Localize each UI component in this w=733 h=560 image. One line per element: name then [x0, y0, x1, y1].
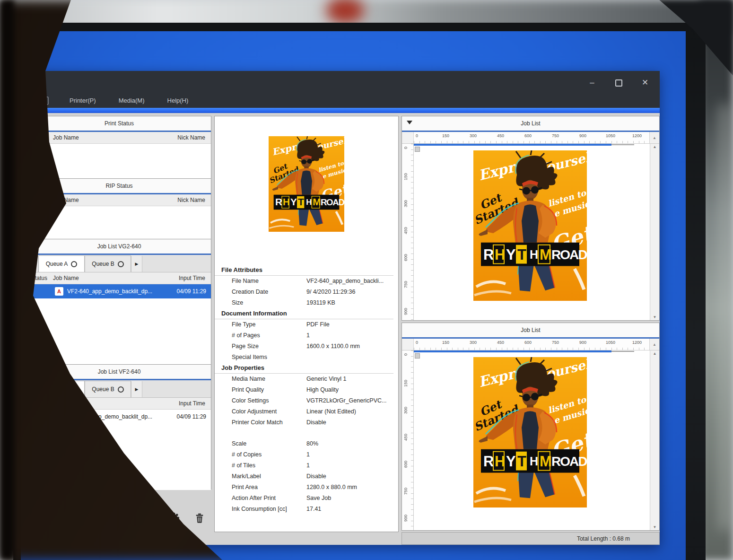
maximize-button[interactable] — [611, 77, 626, 89]
queue-status-icon — [71, 261, 77, 267]
col-input-time: Input Time — [179, 400, 211, 407]
job-poster-preview[interactable] — [473, 357, 587, 508]
detail-value: 9/ 4/2020 11:29:36 — [306, 287, 398, 298]
tab-queue-b[interactable]: Queue B — [85, 381, 131, 397]
ruler-corner — [402, 132, 414, 143]
detail-label: Print Quality — [232, 385, 306, 395]
scroll-up-icon[interactable]: ▲ — [653, 351, 657, 356]
detail-row: Print Area1280.0 x 880.0 mm — [215, 482, 398, 493]
detail-value: 17.41 — [306, 504, 398, 515]
titlebar: – ✕ Printer(P) Media(M) Help(H) — [26, 71, 660, 108]
detail-row: Printer Color MatchDisable — [215, 417, 398, 428]
detail-label: Print Area — [232, 482, 306, 493]
menu-help[interactable]: Help(H) — [166, 96, 191, 105]
rip-status-list[interactable] — [27, 206, 211, 239]
ruler-label: 150 — [442, 133, 449, 138]
tab-scroll-right-icon[interactable]: ▶ — [131, 256, 142, 272]
job-name: VF2-640_app_demo_backlit_dp... — [67, 413, 176, 420]
ruler-label: 900 — [579, 340, 586, 345]
panel-title: RIP Status — [105, 183, 132, 189]
menu-printer[interactable]: Printer(P) — [68, 96, 98, 105]
detail-label: Media Name — [232, 374, 306, 385]
detail-row: Page Size1600.0 x 1100.0 mm — [215, 341, 398, 352]
vertical-scrollbar[interactable]: ▲ ▼ — [650, 350, 659, 530]
job-row[interactable]: A VF2-640_app_demo_backlit_dp... 04/09 1… — [27, 284, 211, 298]
vertical-scrollbar[interactable]: ▲ ▼ — [650, 144, 659, 320]
column-header: Status Job Name Nick Name — [27, 132, 211, 144]
ruler-label: 600 — [403, 254, 408, 261]
collapse-icon[interactable] — [32, 244, 38, 247]
tab-queue-a[interactable]: Queue A — [38, 255, 85, 272]
detail-label: Printer Color Match — [232, 417, 306, 428]
partial-menu-icon[interactable] — [39, 96, 49, 105]
queue-status-icon — [118, 261, 124, 267]
ruler-label: 1050 — [606, 340, 615, 345]
detail-row: Color SettingsVGTR2LkOrGr_GenericPVC... — [215, 395, 398, 406]
scroll-down-icon[interactable]: ▼ — [653, 525, 657, 529]
scroll-up-icon[interactable]: ▲ — [649, 339, 659, 350]
detail-label: # of Pages — [232, 330, 306, 341]
ruler-label: 150 — [403, 380, 408, 387]
ruler-label: 1200 — [632, 340, 642, 345]
col-status: Status — [27, 275, 53, 281]
detail-value — [306, 352, 398, 363]
ruler-label: 150 — [403, 173, 408, 180]
detail-label: File Type — [232, 319, 306, 330]
pdf-file-icon: A — [55, 287, 63, 296]
minimize-button[interactable]: – — [585, 77, 599, 89]
ruler-label: 600 — [403, 461, 408, 468]
print-status-list[interactable] — [27, 144, 211, 179]
layout-canvas[interactable] — [414, 144, 650, 320]
job-thumbnail-preview — [269, 136, 344, 232]
panel-title: Job List — [521, 327, 540, 333]
origin-marker — [415, 353, 420, 359]
tab-queue-b[interactable]: Queue B — [85, 255, 131, 272]
menu-media[interactable]: Media(M) — [117, 96, 147, 105]
ruler-label: 300 — [403, 407, 408, 414]
job-row[interactable]: A VF2-640_app_demo_backlit_dp... 04/09 1… — [27, 410, 211, 424]
close-button[interactable]: ✕ — [638, 77, 652, 89]
detail-row: Size193119 KB — [215, 298, 398, 308]
detail-value: High Quality — [306, 385, 398, 395]
job-poster-preview[interactable] — [473, 150, 587, 301]
layout-canvas[interactable] — [414, 350, 650, 530]
job-list-area[interactable] — [27, 298, 211, 365]
detail-label: Creation Date — [232, 287, 306, 298]
download-icon[interactable] — [116, 511, 130, 525]
scroll-down-icon[interactable]: ▼ — [653, 315, 657, 319]
detail-row: # of Copies1 — [215, 449, 398, 460]
detail-label: Color Settings — [232, 395, 306, 406]
delete-icon[interactable] — [192, 511, 207, 525]
ruler-label: 450 — [403, 227, 408, 234]
rip-status-panel: RIP Status Status Job Name Nick Name — [27, 178, 211, 239]
preview-panel-header: Job List — [402, 116, 659, 132]
scroll-up-icon[interactable]: ▲ — [649, 132, 659, 143]
detail-row: File NameVF2-640_app_demo_backli... — [215, 276, 398, 287]
media-width-bar — [414, 144, 611, 146]
rip-app-window: – ✕ Printer(P) Media(M) Help(H) — [26, 71, 660, 545]
tab-scroll-left-icon[interactable]: ◀ — [27, 256, 38, 272]
person-silhouette-edge — [0, 0, 14, 560]
detail-row: Scale80% — [215, 438, 398, 449]
preview-panel-1: Job List 0 150 300 450 600 750 9 — [401, 116, 660, 321]
collapse-icon[interactable] — [407, 121, 412, 124]
tab-scroll-right-icon[interactable]: ▶ — [131, 381, 142, 397]
maximize-icon — [615, 79, 622, 87]
queue-status-icon — [118, 386, 124, 393]
section-title: Job Properties — [215, 363, 393, 374]
detail-value: VGTR2LkOrGr_GenericPVC... — [306, 395, 398, 406]
preview-body: 0 150 300 450 600 750 900 — [402, 350, 659, 530]
detail-row: Print QualityHigh Quality — [215, 385, 398, 395]
detail-row: Mark/LabelDisable — [215, 471, 398, 482]
scroll-up-icon[interactable]: ▲ — [653, 145, 657, 149]
job-list-area[interactable] — [27, 424, 211, 490]
tab-queue-a[interactable]: Queue A — [38, 381, 85, 397]
ruler-label: 0 — [403, 147, 408, 149]
hold-icon[interactable] — [141, 511, 156, 525]
ruler-label: 0 — [403, 353, 408, 356]
print-status-panel: Print Status Status Job Name Nick Name — [27, 116, 211, 178]
menubar: Printer(P) Media(M) Help(H) — [39, 96, 190, 105]
process-icon[interactable] — [167, 511, 181, 525]
detail-row: Color AdjustmentLinear (Not Edited) — [215, 406, 398, 417]
tab-scroll-left-icon[interactable]: ◀ — [27, 381, 38, 397]
